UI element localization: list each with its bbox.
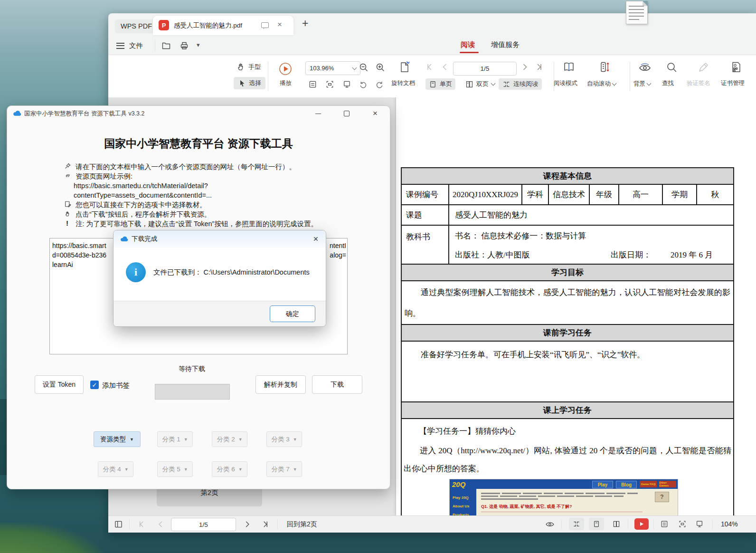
fit-visible-icon[interactable] [695, 520, 704, 528]
auto-scroll-icon[interactable] [598, 61, 611, 73]
rotate-ccw-icon[interactable] [359, 80, 368, 89]
play-slideshow-button[interactable] [634, 518, 649, 530]
page-number-input[interactable]: 1/5 [453, 62, 517, 76]
prev-page-icon[interactable] [441, 63, 449, 71]
continuous-reading-toggle[interactable] [569, 518, 584, 530]
site-nav-blog[interactable]: Blog [616, 481, 637, 488]
goal-text: 通过典型案例理解人工智能技术，感受人工智能的魅力，认识人工智能对社会发展的影响。 [402, 281, 733, 324]
rotate-cw-icon[interactable] [375, 80, 384, 89]
folder-icon[interactable] [161, 41, 171, 50]
site-nav-play[interactable]: Play [592, 481, 613, 488]
set-token-button[interactable]: 设置 Token [35, 375, 84, 394]
bookmark-checkbox[interactable]: ✓ [90, 381, 99, 389]
dropdown-arrow-icon: ▼ [124, 467, 129, 472]
app-name[interactable]: WPS PDF [115, 19, 158, 33]
section-header: 课程基本信息 [401, 168, 734, 184]
find-icon[interactable] [666, 61, 678, 74]
new-tab-button[interactable]: + [302, 17, 308, 29]
background-eye-icon[interactable] [638, 62, 652, 73]
chevron-down-icon [647, 81, 652, 86]
category-1-dropdown[interactable]: 分类 1▼ [157, 431, 193, 447]
minimize-button[interactable]: — [311, 108, 325, 119]
url-text-fragment: d=00854d3e-b236 [52, 251, 106, 259]
parse-copy-button[interactable]: 解析并复制 [255, 375, 306, 394]
download-button[interactable]: 下载 [312, 375, 362, 394]
pre-task-text: 准备好学习任务单。可在手机上安装“讯飞听见”、“识之”软件。 [402, 342, 733, 362]
double-page-button[interactable]: 双页 [463, 78, 498, 90]
fit-width-icon[interactable] [678, 520, 687, 528]
close-button[interactable]: × [368, 108, 382, 119]
read-mode-icon[interactable] [562, 61, 576, 73]
dropdown-arrow-icon: ▼ [293, 467, 297, 472]
site-nav-gamefaq[interactable]: Game FAQ [640, 481, 657, 487]
print-dropdown-icon[interactable]: ▾ [197, 42, 200, 49]
fit-width-icon[interactable] [325, 80, 334, 89]
category-6-dropdown[interactable]: 分类 6▼ [212, 461, 247, 477]
prev-page-icon[interactable] [157, 520, 165, 528]
first-page-icon[interactable] [425, 63, 434, 71]
tab-close-icon[interactable]: × [277, 20, 282, 29]
next-page-icon[interactable] [243, 520, 251, 528]
double-page-toggle[interactable] [609, 518, 624, 530]
fit-visible-icon[interactable] [342, 80, 351, 89]
printer-icon[interactable] [180, 41, 189, 50]
category-7-dropdown[interactable]: 分类 7▼ [266, 461, 302, 477]
hand-tool-button[interactable]: 手型 [236, 62, 261, 71]
url-text-fragment: ntentI [330, 242, 346, 249]
fit-page-icon[interactable] [660, 520, 669, 528]
sidebar-panel-icon[interactable] [114, 520, 123, 529]
cell-value: 秋 [697, 184, 734, 205]
next-page-icon[interactable] [520, 63, 529, 71]
last-page-icon[interactable] [261, 520, 269, 528]
continuous-reading-button[interactable]: 连续阅读 [499, 78, 542, 90]
desktop-document-icon[interactable] [626, 1, 648, 24]
tab-reading[interactable]: 阅读 [461, 40, 475, 48]
tab-value-added-services[interactable]: 增值服务 [491, 40, 520, 48]
hamburger-menu-icon[interactable] [116, 43, 124, 49]
bookmark-checkbox-label[interactable]: 添加书签 [102, 381, 130, 390]
zoom-in-icon[interactable] [375, 62, 386, 73]
maximize-button[interactable] [340, 108, 354, 119]
zoom-level[interactable]: 104% [721, 520, 738, 528]
verify-signature-label: 验证签名 [687, 80, 710, 86]
auto-scroll-label[interactable]: 自动滚动 [587, 80, 611, 88]
select-tool-label: 选择 [249, 79, 261, 87]
single-page-toggle[interactable] [589, 518, 604, 530]
category-2-dropdown[interactable]: 分类 2▼ [212, 431, 247, 447]
page-indicator: 1/5 [199, 521, 208, 528]
chevron-down-icon [612, 81, 617, 86]
site-nav-other[interactable]: Other Games [659, 481, 676, 487]
document-tab[interactable]: P 感受人工智能的魅力.pdf × [153, 16, 293, 35]
eye-icon[interactable] [545, 520, 555, 528]
category-4-dropdown[interactable]: 分类 4▼ [98, 461, 133, 477]
back-to-page-button[interactable]: 回到第2页 [287, 520, 317, 528]
downloader-heading: 国家中小学智慧教育平台 资源下载工具 [7, 135, 390, 152]
cursor-icon [238, 79, 246, 87]
task-title: 【学习任务一】猜猜你内心 [419, 427, 516, 436]
resource-type-dropdown[interactable]: 资源类型 ▼ [94, 431, 141, 447]
progress-bar [155, 384, 230, 400]
play-button[interactable] [278, 62, 293, 76]
certificate-icon[interactable] [730, 61, 743, 74]
site-question: Q1. 这是 动物, 蔬菜, 矿物质, 其它, 或是 不了解? [481, 504, 572, 509]
monitor-icon[interactable] [261, 22, 269, 28]
site-help-button[interactable]: ? [655, 492, 669, 502]
section-header: 课上学习任务 [401, 402, 734, 419]
rotate-document-icon[interactable] [399, 61, 411, 74]
select-tool-button[interactable]: 选择 [234, 77, 265, 89]
category-5-dropdown[interactable]: 分类 5▼ [157, 461, 193, 477]
first-page-icon[interactable] [138, 520, 146, 528]
single-page-button[interactable]: 单页 [425, 78, 455, 90]
fit-page-icon[interactable] [308, 80, 317, 89]
last-page-icon[interactable] [535, 63, 543, 71]
dialog-close-button[interactable]: × [309, 233, 322, 245]
background-label[interactable]: 背景 [633, 80, 645, 88]
menu-file[interactable]: 文件 [129, 42, 143, 50]
zoom-select[interactable]: 103.96% [305, 61, 360, 75]
zoom-out-icon[interactable] [359, 62, 369, 73]
site-sidebar: Play 20Q About Us Products [450, 489, 476, 515]
page-number-input[interactable]: 1/5 [171, 518, 236, 531]
course-info-table: 课程基本信息 课例编号 2020QJ10XXRJ029 学科 信息技术 年级 高… [401, 167, 734, 515]
category-3-dropdown[interactable]: 分类 3▼ [266, 431, 302, 447]
ok-button[interactable]: 确定 [270, 305, 315, 322]
